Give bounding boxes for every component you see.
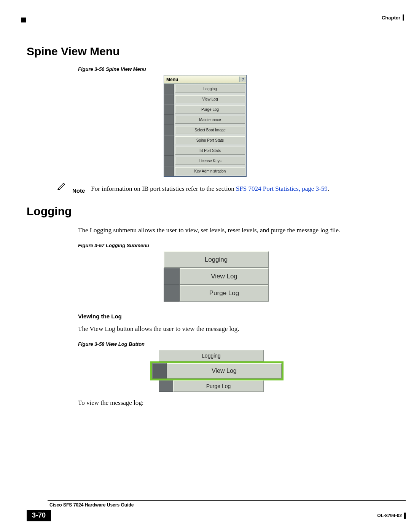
header-bar bbox=[403, 14, 404, 21]
subheading-viewing-log: Viewing the Log bbox=[78, 313, 403, 320]
menu-item-logging[interactable]: Logging bbox=[175, 85, 245, 93]
viewing-log-text: The View Log button allows the user to v… bbox=[78, 325, 403, 334]
submenu-purge-log[interactable]: Purge Log bbox=[180, 285, 269, 302]
figure-58-view-log: Logging View Log Purge Log bbox=[150, 350, 284, 392]
header-chapter: Chapter bbox=[382, 14, 404, 21]
note-link[interactable]: SFS 7024 Port Statistics, page 3-59 bbox=[236, 185, 328, 192]
menu-titlebar: Menu ? bbox=[164, 75, 246, 84]
pencil-icon bbox=[57, 181, 66, 190]
heading-spine-view-menu: Spine View Menu bbox=[27, 45, 403, 58]
doc-number: OL-8794-02 bbox=[377, 513, 406, 519]
chapter-label: Chapter bbox=[382, 15, 400, 21]
submenu-header[interactable]: Logging bbox=[164, 251, 269, 268]
menu-title: Menu bbox=[166, 77, 178, 82]
menu-item-license-keys[interactable]: License Keys bbox=[175, 157, 245, 165]
note-text: For information on IB port statistics re… bbox=[91, 184, 329, 193]
page-number: 3-70 bbox=[27, 510, 51, 521]
heading-logging: Logging bbox=[27, 205, 403, 218]
menu-item-select-boot[interactable]: Select Boot Image bbox=[175, 126, 245, 134]
footer-guide: Cisco SFS 7024 Hardware Users Guide bbox=[49, 501, 406, 508]
fig58-header[interactable]: Logging bbox=[159, 350, 264, 361]
menu-item-spine-port-stats[interactable]: Spine Port Stats bbox=[175, 136, 245, 144]
page-footer: Cisco SFS 7024 Hardware Users Guide 3-70… bbox=[27, 500, 406, 521]
logging-intro: The Logging submenu allows the user to v… bbox=[78, 226, 403, 235]
figure-56-menu: Menu ? Logging View Log Purge Log Mainte… bbox=[164, 75, 247, 177]
figure-57-submenu: Logging View Log Purge Log bbox=[164, 251, 269, 302]
figure-caption-56: Figure 3-56 Spine View Menu bbox=[78, 66, 403, 72]
note-label: Note bbox=[72, 184, 86, 194]
help-icon[interactable]: ? bbox=[239, 77, 246, 82]
menu-item-ib-port-stats[interactable]: IB Port Stats bbox=[175, 147, 245, 155]
submenu-view-log[interactable]: View Log bbox=[180, 268, 269, 285]
figure-caption-57: Figure 3-57 Logging Submenu bbox=[78, 243, 403, 248]
fig58-highlight: View Log bbox=[150, 361, 284, 380]
corner-square bbox=[21, 18, 26, 22]
menu-item-maintenance[interactable]: Maintenance bbox=[175, 116, 245, 124]
figure-caption-58: Figure 3-58 View Log Button bbox=[78, 341, 403, 347]
trail-text: To view the message log: bbox=[78, 399, 403, 407]
menu-item-view-log[interactable]: View Log bbox=[175, 95, 245, 103]
note-block: Note For information on IB port statisti… bbox=[57, 184, 403, 194]
fig58-purge-log[interactable]: Purge Log bbox=[173, 380, 264, 392]
menu-item-purge-log[interactable]: Purge Log bbox=[175, 105, 245, 113]
fig58-view-log[interactable]: View Log bbox=[167, 363, 282, 379]
menu-item-key-admin[interactable]: Key Administration bbox=[175, 167, 245, 175]
